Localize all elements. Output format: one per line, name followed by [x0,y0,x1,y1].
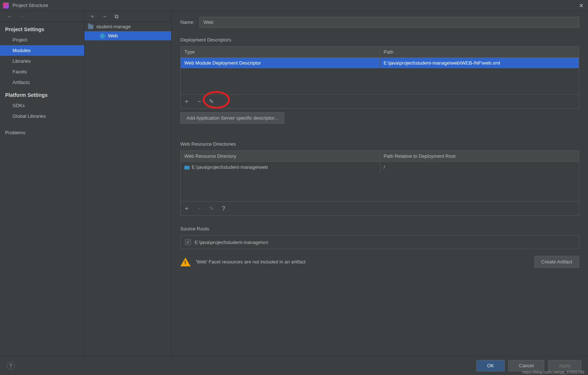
sidebar-item-project[interactable]: Project [0,34,84,45]
web-resource-dirs-table: Web Resource Directory Path Relative to … [180,150,579,216]
ok-button[interactable]: OK [476,360,505,371]
forward-icon[interactable]: → [19,13,25,20]
back-icon[interactable]: ← [7,13,12,20]
module-tree-panel: ＋ − ⧉ student-manage Web [84,11,172,356]
section-title-project-settings: Project Settings [0,22,84,34]
wrd-toolbar: ＋ − ✎ ? [181,201,579,215]
wrd-section-label: Web Resource Directories [180,141,579,147]
folder-icon [88,25,93,29]
dd-toolbar: ＋ − ✎ [181,94,579,108]
web-dir-icon [184,166,190,170]
dd-row-type: Web Module Deployment Descriptor [181,58,380,68]
wrd-edit-icon[interactable]: ✎ [209,205,214,212]
sidebar-item-artifacts[interactable]: Artifacts [0,77,84,88]
warning-row: 'Web' Facet resources are not included i… [180,256,579,268]
sidebar-item-facets[interactable]: Facets [0,66,84,77]
dd-remove-icon[interactable]: − [198,98,201,105]
tree-item-root[interactable]: student-manage [84,22,171,31]
dd-row-path: E:\java\project\student-manage\web\WEB-I… [380,58,579,68]
warning-icon [180,258,191,266]
wrd-remove-icon[interactable]: − [198,205,201,212]
sidebar-nav: ← → [0,11,84,22]
deployment-descriptors-table: Type Path Web Module Deployment Descript… [180,46,579,109]
sidebar-item-problems[interactable]: Problems [0,127,84,138]
name-label: Name: [180,19,194,25]
remove-icon[interactable]: − [103,13,107,19]
source-roots-box: ✓ E:\java\project\student-manage\src [180,235,579,249]
wrd-col-dir: Web Resource Directory [181,151,380,161]
source-root-path: E:\java\project\student-manage\src [195,240,268,245]
create-artifact-button[interactable]: Create Artifact [534,256,579,268]
table-header-row: Web Resource Directory Path Relative to … [181,151,579,162]
table-header-row: Type Path [181,47,579,58]
warning-text: 'Web' Facet resources are not included i… [196,259,306,265]
titlebar: Project Structure ✕ [0,0,588,11]
source-roots-label: Source Roots [180,226,579,232]
sidebar-item-modules[interactable]: Modules [0,45,84,56]
add-app-server-descriptor-button[interactable]: Add Application Server specific descript… [180,112,284,124]
bottom-bar: ? OK Cancel Apply [0,356,588,375]
content-panel: Name: Deployment Descriptors Type Path W… [172,11,588,356]
wrd-add-icon[interactable]: ＋ [184,205,190,212]
watermark: https://blog.csdn.net/qq_37855749 [522,370,584,374]
tree-item-web-facet[interactable]: Web [84,31,171,40]
app-icon [3,3,9,8]
dd-edit-icon[interactable]: ✎ [209,98,214,105]
wrd-help-icon[interactable]: ? [222,205,225,212]
wrd-col-rel: Path Relative to Deployment Root [380,151,579,161]
name-input[interactable] [199,17,579,28]
copy-icon[interactable]: ⧉ [115,13,119,20]
window-title: Project Structure [12,3,48,8]
dd-section-label: Deployment Descriptors [180,37,579,43]
dd-col-path: Path [380,47,579,57]
source-root-checkbox[interactable]: ✓ [185,239,191,245]
dd-col-type: Type [181,47,380,57]
close-icon[interactable]: ✕ [579,2,584,9]
sidebar: ← → Project Settings Project Modules Lib… [0,11,84,356]
sidebar-item-global-libraries[interactable]: Global Libraries [0,111,84,121]
tree-root-label: student-manage [96,24,131,29]
wrd-row[interactable]: E:\java\project\student-manage\web / [181,162,579,172]
dd-add-icon[interactable]: ＋ [184,98,190,105]
add-icon[interactable]: ＋ [90,13,95,20]
name-row: Name: [180,17,579,28]
sidebar-item-sdks[interactable]: SDKs [0,100,84,111]
web-facet-icon [100,33,105,39]
wrd-row-rel: / [380,162,579,172]
tree-child-label: Web [108,33,118,39]
wrd-row-dir: E:\java\project\student-manage\web [181,162,380,172]
sidebar-item-libraries[interactable]: Libraries [0,56,84,66]
section-title-platform-settings: Platform Settings [0,88,84,100]
tree-toolbar: ＋ − ⧉ [84,11,171,22]
help-icon[interactable]: ? [7,362,15,370]
dd-row[interactable]: Web Module Deployment Descriptor E:\java… [181,58,579,68]
